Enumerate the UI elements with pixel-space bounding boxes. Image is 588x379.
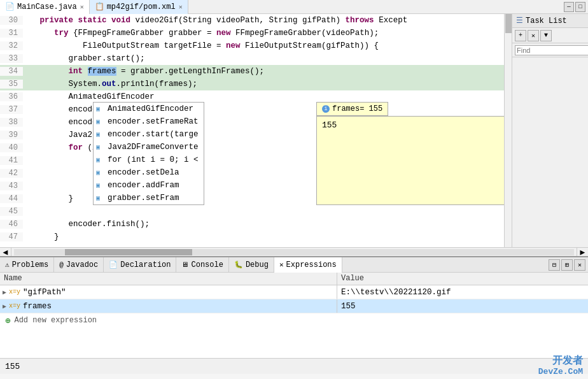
editor-vscroll-thumb[interactable] xyxy=(505,14,512,33)
find-input[interactable] xyxy=(515,45,588,55)
new-task-button[interactable]: + xyxy=(515,30,526,41)
ac-label-3: Java2DFrameConverte xyxy=(108,143,199,152)
expr-cell-value-frames: 155 xyxy=(337,299,588,313)
editor-hscrollbar[interactable]: ◀ ▶ xyxy=(0,247,588,256)
maximize-button[interactable]: □ xyxy=(575,2,585,12)
gifpath-expand-icon[interactable]: ▶ xyxy=(3,289,6,296)
line-num-46: 46 xyxy=(0,220,23,229)
bottom-panel: ⚠ Problems @ Javadoc 📄 Declaration 🖥 Con… xyxy=(0,256,588,374)
tab-declaration[interactable]: 📄 Declaration xyxy=(104,257,176,273)
tab-javadoc-label: Javadoc xyxy=(66,261,98,269)
tab-problems[interactable]: ⚠ Problems xyxy=(0,257,54,273)
ac-item-0[interactable]: ▣ AnimatedGifEncoder xyxy=(94,103,204,115)
ac-icon-0: ▣ xyxy=(96,105,105,113)
line-num-42: 42 xyxy=(0,169,23,178)
ac-icon-2: ▣ xyxy=(96,131,105,138)
line-content-32: FileOutputStream targetFile = new FileOu… xyxy=(23,41,379,50)
line-num-31: 31 xyxy=(0,29,23,38)
line-num-41: 41 xyxy=(0,156,23,165)
tab-maincase-close[interactable]: ✕ xyxy=(80,3,84,11)
tab-expressions-label: Expressions xyxy=(286,261,337,269)
more-task-button[interactable]: ▼ xyxy=(540,30,552,41)
ac-icon-3: ▣ xyxy=(96,143,105,151)
ac-icon-7: ▣ xyxy=(96,194,105,202)
ac-label-4: for (int i = 0; i < xyxy=(108,155,199,164)
xml-file-icon: 📋 xyxy=(95,2,104,11)
ac-item-4[interactable]: ▣ for (int i = 0; i < xyxy=(94,154,204,166)
expressions-table: Name Value ▶ x=y "gifPath" E:\\testv\\20… xyxy=(0,273,588,358)
tab-debug[interactable]: 🐛 Debug xyxy=(229,257,274,273)
tab-declaration-label: Declaration xyxy=(120,261,171,269)
autocomplete-list[interactable]: ▣ AnimatedGifEncoder ▣ encoder.setFrameR… xyxy=(93,102,204,205)
line-num-39: 39 xyxy=(0,131,23,139)
line-content-46: encoder.finish(); xyxy=(23,220,150,229)
line-num-32: 32 xyxy=(0,41,23,50)
ac-item-6[interactable]: ▣ encoder.addFram xyxy=(94,179,204,192)
line-num-40: 40 xyxy=(0,143,23,152)
line-num-44: 44 xyxy=(0,194,23,203)
code-line-36: 36 AnimatedGifEncoder xyxy=(0,90,504,103)
code-line-30: 30 private static void video2Gif(String … xyxy=(0,14,504,27)
gifpath-value: E:\\testv\\20221120.gif xyxy=(341,288,451,297)
ac-item-1[interactable]: ▣ encoder.setFrameRat xyxy=(94,115,204,128)
tooltip-text: frames= 155 xyxy=(332,104,382,113)
tooltip-icon: i xyxy=(322,105,330,113)
expressions-close-btn[interactable]: ✕ xyxy=(574,259,585,271)
ac-item-5[interactable]: ▣ encoder.setDela xyxy=(94,166,204,179)
minimize-button[interactable]: — xyxy=(564,2,574,12)
right-sidebar: ☰ Task List + ✕ ▼ 🔍 xyxy=(512,14,588,247)
tab-console-label: Console xyxy=(191,261,223,269)
tab-console[interactable]: 🖥 Console xyxy=(176,257,228,273)
ac-label-7: grabber.setFram xyxy=(108,194,179,203)
bottom-tab-bar: ⚠ Problems @ Javadoc 📄 Declaration 🖥 Con… xyxy=(0,257,588,273)
line-num-33: 33 xyxy=(0,54,23,63)
tab-pom[interactable]: 📋 mp42gif/pom.xml ✕ xyxy=(90,0,188,14)
editor-vscrollbar[interactable] xyxy=(504,14,512,247)
expressions-icon: ✕ xyxy=(279,261,284,269)
tab-maincase[interactable]: 📄 MainCase.java ✕ xyxy=(0,0,90,14)
autocomplete-popup: ▣ AnimatedGifEncoder ▣ encoder.setFrameR… xyxy=(93,102,504,205)
ac-item-7[interactable]: ▣ grabber.setFram xyxy=(94,192,204,204)
ac-item-2[interactable]: ▣ encoder.start(targe xyxy=(94,128,204,141)
ac-label-5: encoder.setDela xyxy=(108,168,179,177)
tab-expressions[interactable]: ✕ Expressions xyxy=(274,257,342,273)
javadoc-icon: @ xyxy=(59,261,64,269)
tab-pom-close[interactable]: ✕ xyxy=(179,3,183,11)
expressions-expand-btn[interactable]: ⊞ xyxy=(561,259,573,271)
code-line-45: 45 xyxy=(0,205,504,218)
hscroll-right-btn[interactable]: ▶ xyxy=(577,248,588,256)
expressions-collapse-btn[interactable]: ⊟ xyxy=(549,259,560,271)
add-expr-label: Add new expression xyxy=(14,316,97,325)
hscroll-left-btn[interactable]: ◀ xyxy=(0,248,11,256)
hscroll-track[interactable] xyxy=(14,249,574,255)
frames-var-icon: x=y xyxy=(9,303,20,310)
line-num-37: 37 xyxy=(0,105,23,114)
ac-icon-1: ▣ xyxy=(96,118,105,125)
main-layout: 30 private static void video2Gif(String … xyxy=(0,14,588,247)
tooltip-box: i frames= 155 xyxy=(316,102,388,116)
expr-row-gifpath[interactable]: ▶ x=y "gifPath" E:\\testv\\20221120.gif xyxy=(0,285,588,299)
tab-problems-label: Problems xyxy=(12,261,49,269)
expr-cell-value-gifpath: E:\\testv\\20221120.gif xyxy=(337,285,588,299)
java-file-icon: 📄 xyxy=(5,2,15,11)
line-num-35: 35 xyxy=(0,80,23,89)
frames-expand-icon[interactable]: ▶ xyxy=(3,303,6,310)
hscroll-thumb[interactable] xyxy=(65,249,192,255)
gifpath-name: "gifPath" xyxy=(23,288,66,297)
line-num-47: 47 xyxy=(0,232,23,241)
sidebar-header: ☰ Task List xyxy=(512,14,588,28)
bottom-status: 155 开发者 DevZe.CoM xyxy=(0,358,588,374)
tab-maincase-label: MainCase.java xyxy=(17,3,77,11)
delete-task-button[interactable]: ✕ xyxy=(528,30,539,41)
add-expression-row[interactable]: ⊕ Add new expression xyxy=(0,313,588,327)
expr-col-name-header: Name xyxy=(0,273,337,285)
line-num-38: 38 xyxy=(0,118,23,127)
ac-item-3[interactable]: ▣ Java2DFrameConverte xyxy=(94,141,204,154)
expr-row-frames[interactable]: ▶ x=y frames 155 xyxy=(0,299,588,313)
ac-label-2: encoder.start(targe xyxy=(108,130,199,139)
value-display: 155 xyxy=(319,119,504,131)
status-value: 155 xyxy=(5,362,20,371)
editor-area[interactable]: 30 private static void video2Gif(String … xyxy=(0,14,504,247)
tab-javadoc[interactable]: @ Javadoc xyxy=(54,257,104,273)
sidebar-toolbar: + ✕ ▼ xyxy=(512,28,588,43)
